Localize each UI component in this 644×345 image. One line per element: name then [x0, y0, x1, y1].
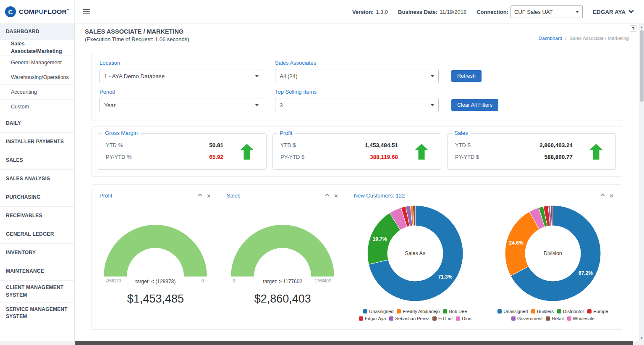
page-title: SALES ASSOCIATE / MARKETING — [85, 28, 189, 35]
sidebar-item-general-management[interactable]: General Management — [0, 55, 74, 70]
period-value: Year — [104, 102, 115, 108]
legend-label: Europe — [593, 309, 608, 314]
logo[interactable]: COMPUFLOOR™ — [0, 0, 75, 24]
legend-item-wholesale[interactable]: Wholesale — [567, 316, 594, 321]
clear-all-filters-button[interactable]: Clear All Filters — [451, 99, 498, 111]
sales-as-donut-chart: 71.3%19.7% Sales As — [365, 203, 466, 304]
legend-label: Retail — [552, 316, 563, 321]
version-label: Version: — [352, 9, 374, 15]
legend-swatch-icon — [432, 316, 437, 321]
slice-percent-label: 71.3% — [438, 274, 452, 280]
sales-associates-select[interactable]: All (24) — [275, 69, 439, 83]
period-label: Period — [99, 89, 263, 95]
main-content: SALES ASSOCIATE / MARKETING (Execution T… — [75, 24, 639, 341]
close-chart-icon[interactable]: × — [207, 192, 211, 199]
new-customers-title: New Customers: 122 — [354, 192, 405, 199]
legend-label: Edgar Aya — [365, 316, 386, 321]
legend-item-freddy-albaladejo[interactable]: Freddy Albaladejo — [397, 309, 440, 314]
sidebar-item-dashboard[interactable]: DASHBOARD — [0, 24, 74, 40]
sidebar-item-service-management-system[interactable]: SERVICE MANAGEMENT SYSTEM — [0, 303, 74, 324]
sidebar-item-daily[interactable]: DAILY — [0, 114, 74, 133]
close-chart-icon[interactable]: × — [334, 192, 338, 199]
sidebar-item-client-management-system[interactable]: CLIENT MANAGEMENT SYSTEM — [0, 281, 74, 303]
legend-item-builders[interactable]: Builders — [531, 309, 554, 314]
collapse-panel-button[interactable] — [630, 25, 636, 32]
donut-center-label: Sales As — [405, 250, 425, 256]
sidebar-item-inventory[interactable]: INVENTORY — [0, 244, 74, 262]
legend-item-dion[interactable]: Dion — [456, 316, 471, 321]
sales-gauge-panel: Sales × 0 target: > 1177602 1766402 — [219, 189, 346, 305]
scroll-up-arrow[interactable]: ▲ — [639, 24, 644, 29]
user-menu[interactable]: EDGAR AYA — [593, 9, 633, 15]
sidebar-item-sales-analysis[interactable]: SALES ANALYSIS — [0, 170, 74, 188]
refresh-button[interactable]: Refresh — [451, 70, 482, 82]
sidebar-item-general-ledger[interactable]: GENERAL LEDGER — [0, 225, 74, 244]
legend-label: Builders — [537, 309, 554, 314]
horizontal-scrollbar[interactable] — [0, 341, 644, 345]
collapse-chart-icon[interactable] — [325, 194, 330, 198]
kpi-sales: Sales YTD $ 2,860,403.24 PY-YTD $ 588,80… — [447, 133, 616, 170]
period-select[interactable]: Year — [99, 98, 263, 112]
top-selling-items-select[interactable]: 3 — [275, 98, 439, 112]
vertical-scrollbar-thumb[interactable] — [640, 30, 644, 102]
kpi-row-value: 388,119.68 — [370, 154, 398, 160]
location-select[interactable]: 1 - AYA Demo Database — [99, 69, 263, 83]
legend-item-unassigned[interactable]: Unassigned — [363, 309, 393, 314]
collapse-chart-icon[interactable] — [198, 194, 202, 198]
legend-item-europe[interactable]: Europe — [587, 309, 608, 314]
sidebar-item-custom[interactable]: Custom — [0, 100, 74, 114]
kpi-row-value: 50.81 — [209, 142, 223, 148]
collapse-chart-icon[interactable] — [601, 194, 605, 198]
legend-item-sebastian-perez[interactable]: Sebastian Perez — [389, 316, 429, 321]
menu-toggle-button[interactable] — [75, 0, 99, 24]
legend-swatch-icon — [546, 316, 550, 321]
sidebar-item-receivables[interactable]: RECEIVABLES — [0, 207, 74, 225]
collapse-icon — [632, 27, 634, 30]
top-selling-items-label: Top Selling Items — [275, 89, 439, 95]
sidebar-item-purchasing[interactable]: PURCHASING — [0, 188, 74, 207]
legend-item-government[interactable]: Government — [511, 316, 543, 321]
kpi-title: Sales — [452, 130, 471, 136]
sidebar-item-sales-associate-marketing[interactable]: Sales Associate/Marketing — [0, 40, 74, 55]
scroll-down-arrow[interactable]: ▼ — [639, 335, 644, 340]
gauge-value: $1,453,485 — [127, 292, 184, 305]
horizontal-scrollbar-thumb[interactable] — [75, 341, 633, 345]
legend-swatch-icon — [397, 309, 401, 313]
sidebar-item-maintenance[interactable]: MAINTENANCE — [0, 262, 74, 281]
caret-down-icon — [255, 104, 259, 106]
charts-card: Profit × -388120 target: < (129373) 0 — [92, 184, 622, 330]
panel-title: Profit — [99, 192, 112, 199]
vertical-scrollbar[interactable]: ▲ ▼ — [639, 24, 644, 341]
sidebar-item-sales[interactable]: SALES — [0, 151, 74, 170]
sales-as-donut-block: 71.3%19.7% Sales As UnassignedFreddy Alb… — [346, 203, 484, 321]
sales-associates-value: All (24) — [280, 73, 298, 79]
legend-item-ed-lint[interactable]: Ed Lint — [432, 316, 453, 321]
legend-item-distributor[interactable]: Distributor — [557, 309, 584, 314]
hamburger-icon — [83, 9, 90, 10]
legend-swatch-icon — [531, 309, 535, 313]
legend-swatch-icon — [363, 309, 367, 313]
legend-item-edgar-aya[interactable]: Edgar Aya — [359, 316, 386, 321]
version-info: Version: 1.3.0 — [352, 9, 388, 15]
kpi-title: Profit — [277, 130, 295, 136]
connection-select[interactable]: CUF Sales UAT — [510, 5, 583, 18]
gauge-target-label: target: < (129373) — [103, 279, 208, 284]
gauge-arc — [230, 224, 335, 277]
execution-time: (Execution Time of Request: 1.06 seconds… — [85, 36, 189, 42]
legend-label: Government — [517, 316, 543, 321]
trend-up-arrow-icon — [415, 144, 428, 160]
sidebar-item-accounting[interactable]: Accounting — [0, 85, 74, 100]
legend-item-unassigned[interactable]: Unassigned — [497, 309, 528, 314]
kpi-row-value: 2,860,403.24 — [539, 142, 573, 148]
legend-label: Freddy Albaladejo — [403, 309, 440, 314]
sidebar-item-installer-payments[interactable]: INSTALLER PAYMENTS — [0, 133, 74, 151]
breadcrumb-dashboard-link[interactable]: Dashboard — [539, 36, 562, 41]
legend-item-bob-dee[interactable]: Bob Dee — [443, 309, 467, 314]
cards: Location 1 - AYA Demo Database Sales Ass… — [92, 52, 622, 330]
sidebar-item-warehousing-operations[interactable]: Warehousing/Operations — [0, 70, 74, 85]
filters-card: Location 1 - AYA Demo Database Sales Ass… — [92, 52, 622, 121]
sales-as-legend: UnassignedFreddy AlbaladejoBob DeeEdgar … — [352, 309, 478, 321]
legend-label: Unassigned — [369, 309, 393, 314]
legend-item-retail[interactable]: Retail — [546, 316, 563, 321]
close-chart-icon[interactable]: × — [610, 192, 613, 199]
